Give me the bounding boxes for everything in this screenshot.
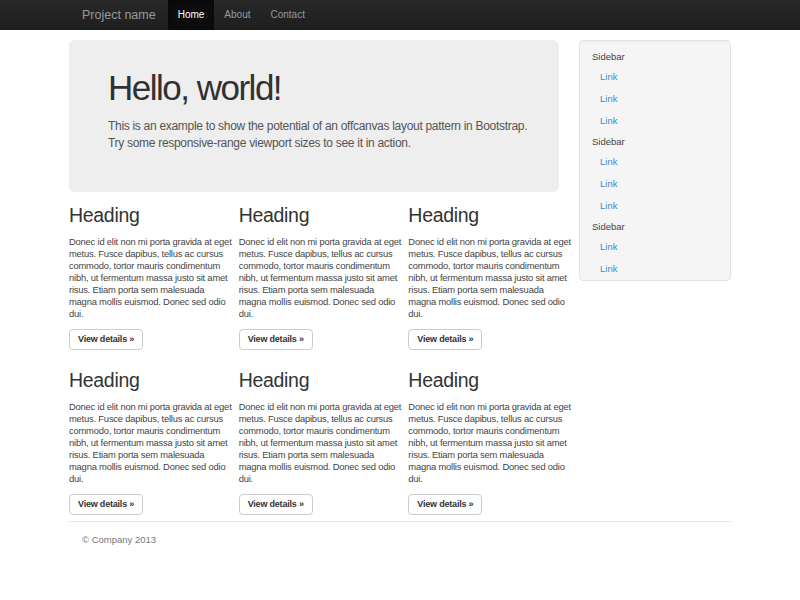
card-heading: Heading — [408, 370, 571, 391]
sidebar-link[interactable]: Link — [592, 66, 730, 88]
sidebar-group-2: Sidebar Link Link Link — [592, 136, 730, 217]
page-container: Hello, world! This is an example to show… — [69, 30, 731, 545]
card-heading: Heading — [69, 370, 232, 391]
sidebar-group-3: Sidebar Link Link — [592, 221, 730, 280]
view-details-button[interactable]: View details » — [408, 329, 482, 350]
card: Heading Donec id elit non mi porta gravi… — [69, 370, 232, 515]
nav-item-about[interactable]: About — [214, 0, 260, 30]
sidebar-link[interactable]: Link — [592, 258, 730, 280]
navbar-menu: Home About Contact — [168, 0, 315, 30]
page-title: Hello, world! — [108, 69, 529, 107]
view-details-button[interactable]: View details » — [69, 494, 143, 515]
view-details-button[interactable]: View details » — [239, 494, 313, 515]
card: Heading Donec id elit non mi porta gravi… — [239, 370, 402, 515]
view-details-button[interactable]: View details » — [408, 494, 482, 515]
sidebar-link[interactable]: Link — [592, 110, 730, 132]
navbar-container: Project name Home About Contact — [69, 0, 731, 30]
card: Heading Donec id elit non mi porta gravi… — [69, 205, 232, 350]
card-heading: Heading — [239, 205, 402, 226]
jumbotron-description: This is an example to show the potential… — [108, 118, 529, 152]
nav-item-contact[interactable]: Contact — [260, 0, 314, 30]
card-body-text: Donec id elit non mi porta gravida at eg… — [69, 236, 232, 320]
cards-row-1: Heading Donec id elit non mi porta gravi… — [69, 205, 571, 350]
footer: © Company 2013 — [69, 521, 731, 545]
view-details-button[interactable]: View details » — [239, 329, 313, 350]
sidebar-header: Sidebar — [592, 136, 730, 148]
view-details-button[interactable]: View details » — [69, 329, 143, 350]
card: Heading Donec id elit non mi porta gravi… — [239, 205, 402, 350]
sidebar-link[interactable]: Link — [592, 173, 730, 195]
brand-link[interactable]: Project name — [69, 0, 168, 30]
cards-row-2: Heading Donec id elit non mi porta gravi… — [69, 370, 571, 515]
card-heading: Heading — [408, 205, 571, 226]
card: Heading Donec id elit non mi porta gravi… — [408, 370, 571, 515]
sidebar-link[interactable]: Link — [592, 236, 730, 258]
card-body-text: Donec id elit non mi porta gravida at eg… — [239, 236, 402, 320]
nav-item-home[interactable]: Home — [168, 0, 215, 30]
copyright-text: © Company 2013 — [69, 522, 731, 545]
sidebar: Sidebar Link Link Link Sidebar Link Link… — [579, 40, 731, 281]
card-heading: Heading — [69, 205, 232, 226]
main-content: Hello, world! This is an example to show… — [69, 30, 571, 515]
sidebar-header: Sidebar — [592, 51, 730, 63]
card: Heading Donec id elit non mi porta gravi… — [408, 205, 571, 350]
card-body-text: Donec id elit non mi porta gravida at eg… — [69, 401, 232, 485]
sidebar-group-1: Sidebar Link Link Link — [592, 51, 730, 132]
card-body-text: Donec id elit non mi porta gravida at eg… — [408, 401, 571, 485]
sidebar-link[interactable]: Link — [592, 195, 730, 217]
jumbotron: Hello, world! This is an example to show… — [69, 40, 559, 192]
card-body-text: Donec id elit non mi porta gravida at eg… — [239, 401, 402, 485]
sidebar-link[interactable]: Link — [592, 88, 730, 110]
sidebar-link[interactable]: Link — [592, 151, 730, 173]
card-body-text: Donec id elit non mi porta gravida at eg… — [408, 236, 571, 320]
card-heading: Heading — [239, 370, 402, 391]
navbar: Project name Home About Contact — [0, 0, 800, 30]
sidebar-header: Sidebar — [592, 221, 730, 233]
